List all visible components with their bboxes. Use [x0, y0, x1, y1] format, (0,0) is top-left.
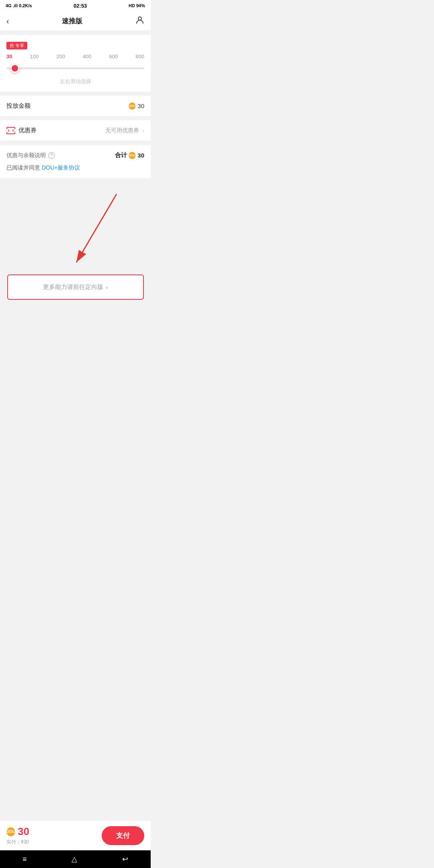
budget-amount: 30 [137, 102, 144, 109]
slider-label-800: 800 [135, 53, 144, 59]
summary-total: 合计 DOU 30 [115, 151, 144, 159]
slider-track-container[interactable] [6, 63, 144, 74]
divider [6, 141, 144, 141]
total-coin-icon: DOU [129, 152, 136, 159]
arrow-section: 更多能力请前往定向版 › [0, 178, 151, 348]
network-info: 4G .ill 0.2K/s [6, 3, 32, 8]
agreement-prefix: 已阅读并同意 [6, 164, 42, 171]
slider-card: 抢 专享 30 100 200 400 600 800 左右滑动选择 [0, 35, 151, 92]
more-button[interactable]: 更多能力请前往定向版 › [7, 274, 144, 300]
slider-label-30: 30 [6, 53, 12, 59]
budget-label: 投放金额 [6, 102, 31, 110]
slider-hint: 左右滑动选择 [6, 78, 144, 85]
status-time: 02:53 [74, 3, 87, 9]
status-bar: 4G .ill 0.2K/s 02:53 HD 94% [0, 0, 151, 11]
summary-label: 优惠与余额说明 ? [6, 152, 55, 159]
coupon-label-text: 优惠券 [18, 127, 37, 134]
slider-badge: 抢 专享 [6, 42, 27, 49]
help-icon[interactable]: ? [48, 152, 55, 159]
svg-point-0 [138, 17, 141, 20]
slider-track[interactable] [6, 68, 144, 69]
user-icon[interactable] [135, 15, 144, 27]
slider-label-200: 200 [56, 53, 65, 59]
page-title: 速推版 [62, 16, 82, 26]
coupon-label: 优惠券 [6, 127, 37, 134]
budget-section: 投放金额 DOU 30 [0, 96, 151, 116]
status-left: 4G .ill 0.2K/s [6, 3, 32, 8]
coupon-row[interactable]: 优惠券 无可用优惠券 › [0, 120, 151, 141]
coin-icon: DOU [129, 102, 136, 110]
back-button[interactable]: ‹ [6, 16, 9, 26]
spacer [0, 308, 151, 348]
coupon-value: 无可用优惠券 › [105, 127, 144, 134]
coupon-chevron: › [142, 127, 144, 134]
slider-label-100: 100 [30, 53, 39, 59]
more-btn-chevron: › [106, 284, 108, 291]
more-button-container: 更多能力请前往定向版 › [0, 274, 151, 308]
agreement-section: 已阅读并同意 DOU+服务协议 [0, 159, 151, 178]
summary-section: 优惠与余额说明 ? 合计 DOU 30 [0, 145, 151, 159]
slider-labels: 30 100 200 400 600 800 [6, 53, 144, 59]
agreement-link[interactable]: DOU+服务协议 [42, 164, 80, 171]
slider-label-600: 600 [109, 53, 118, 59]
total-label: 合计 [115, 151, 127, 159]
slider-thumb[interactable] [10, 64, 19, 73]
svg-line-2 [76, 194, 117, 262]
more-btn-text: 更多能力请前往定向版 [43, 283, 103, 291]
coupon-icon [6, 127, 15, 134]
total-amount: 30 [137, 152, 144, 159]
status-right: HD 94% [129, 3, 145, 8]
budget-row: 投放金额 DOU 30 [0, 96, 151, 116]
coupon-value-text: 无可用优惠券 [105, 127, 139, 134]
arrow-svg [0, 186, 151, 274]
summary-label-text: 优惠与余额说明 [6, 152, 46, 159]
slider-label-400: 400 [83, 53, 92, 59]
battery-info: HD 94% [129, 3, 145, 8]
budget-value: DOU 30 [129, 102, 144, 110]
coupon-section: 优惠券 无可用优惠券 › [0, 120, 151, 141]
nav-bar: ‹ 速推版 [0, 11, 151, 31]
